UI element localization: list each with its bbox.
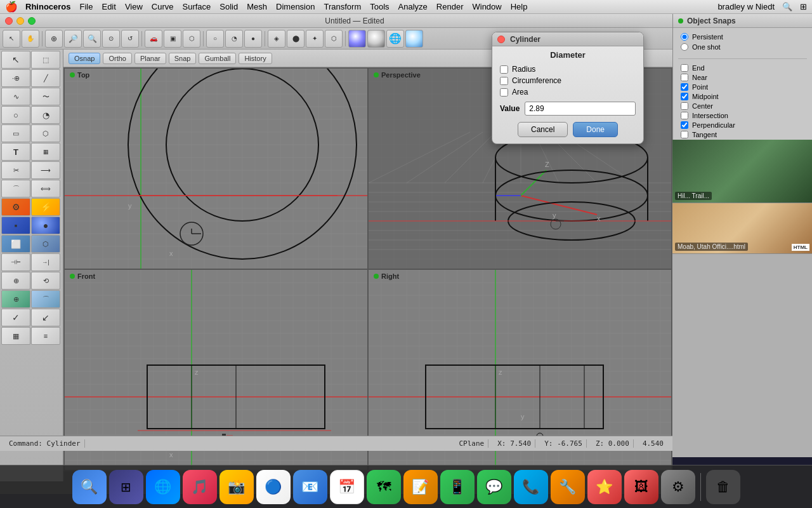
select-btn[interactable]: ↖	[1, 51, 30, 69]
arc-tool[interactable]: ◔	[225, 30, 243, 48]
dock-calendar[interactable]: 📅	[330, 470, 364, 504]
display-tool[interactable]: ●	[405, 30, 423, 48]
menu-view[interactable]: View	[125, 2, 143, 11]
freeform-btn[interactable]: 〜	[31, 88, 60, 105]
menu-solid[interactable]: Solid	[219, 2, 238, 11]
thumb-trails[interactable]: Hil... Trail...	[672, 140, 812, 203]
osnap-button[interactable]: Osnap	[69, 53, 100, 64]
menu-render[interactable]: Render	[436, 2, 464, 11]
dot-tool[interactable]: ●	[244, 30, 262, 48]
hatch-btn[interactable]: ▦	[31, 143, 60, 161]
search-icon[interactable]: 🔍	[782, 2, 792, 11]
box-tool[interactable]: ▣	[164, 30, 181, 48]
rotate-tool[interactable]: ↺	[121, 30, 139, 48]
radius-checkbox[interactable]	[500, 65, 508, 74]
mesh2-btn[interactable]: ⬡	[31, 235, 60, 253]
arrow2-btn[interactable]: ↙	[31, 309, 60, 326]
trim-btn[interactable]: ✂	[1, 161, 30, 179]
dock-skype[interactable]: 📞	[514, 470, 548, 504]
grid-btn[interactable]: ▦	[1, 327, 30, 345]
oneshot-radio[interactable]	[681, 43, 688, 51]
dock-trash[interactable]: 🗑	[706, 470, 740, 504]
point-btn[interactable]: ·⊕	[1, 69, 30, 87]
text-btn[interactable]: T	[1, 143, 30, 161]
circle-tool[interactable]: ○	[206, 30, 224, 48]
menu-window[interactable]: Window	[472, 2, 501, 11]
dock-misc2[interactable]: ⭐	[587, 470, 622, 504]
grid-icon[interactable]: ⊞	[800, 2, 807, 11]
menu-transform[interactable]: Transform	[324, 2, 361, 11]
perpendicular-checkbox[interactable]	[681, 121, 688, 129]
extend-btn[interactable]: ⟶	[31, 161, 60, 179]
menu-file[interactable]: File	[80, 2, 93, 11]
dock-finder[interactable]: 🔍	[72, 470, 107, 504]
globe-tool[interactable]: 🌐	[386, 30, 404, 48]
dock-sysprefs[interactable]: ⚙	[661, 470, 695, 504]
menu-rhinoceros[interactable]: Rhinoceros	[25, 2, 71, 11]
center-checkbox[interactable]	[681, 102, 688, 110]
diameter-value-input[interactable]	[525, 102, 636, 116]
near-checkbox[interactable]	[681, 74, 688, 81]
surface2-btn[interactable]: ⬜	[1, 235, 30, 253]
surface-tool[interactable]: ◈	[268, 30, 285, 48]
zoom-tool[interactable]: 🔎	[64, 30, 82, 48]
menu-tools[interactable]: Tools	[370, 2, 389, 11]
dialog-close-button[interactable]	[497, 36, 505, 43]
point-checkbox[interactable]	[681, 83, 688, 91]
intersection-checkbox[interactable]	[681, 112, 688, 119]
zoom-selected-tool[interactable]: 🔍	[83, 30, 101, 48]
menu-help[interactable]: Help	[511, 2, 528, 11]
circle-btn2[interactable]: ○	[1, 106, 30, 124]
zoom-window-tool[interactable]: ⊙	[102, 30, 120, 48]
minimize-button[interactable]	[16, 17, 24, 25]
dock-launchpad[interactable]: ⊞	[109, 470, 143, 504]
pan-tool[interactable]: ✋	[22, 30, 39, 48]
dock-safari[interactable]: 🌐	[146, 470, 180, 504]
dock-mail[interactable]: 📧	[293, 470, 327, 504]
polygon-btn[interactable]: ⬡	[31, 124, 60, 142]
planar-button[interactable]: Planar	[134, 53, 166, 64]
dock-photos[interactable]: 📸	[219, 470, 254, 504]
menu-edit[interactable]: Edit	[102, 2, 115, 11]
snap-button[interactable]: Snap	[169, 53, 197, 64]
end-checkbox[interactable]	[681, 64, 688, 72]
midpoint-checkbox[interactable]	[681, 93, 688, 100]
thumb-moab[interactable]: HTML Moab, Utah Offici....html	[672, 203, 812, 254]
area-checkbox[interactable]	[500, 88, 508, 97]
dims-btn[interactable]: ⊣⊢	[1, 253, 30, 271]
gumball-button[interactable]: Gumball	[199, 53, 236, 64]
layer-btn[interactable]: ≡	[31, 327, 60, 345]
boolean-btn[interactable]: ⊕	[1, 290, 30, 308]
select-tool[interactable]: ↖	[3, 30, 20, 48]
fillet-btn[interactable]: ⌒	[1, 180, 30, 197]
circumference-checkbox[interactable]	[500, 77, 508, 85]
history-button[interactable]: History	[239, 53, 272, 64]
rect-btn[interactable]: ▭	[1, 124, 30, 142]
dock-maps[interactable]: 🗺	[367, 470, 401, 504]
check-btn[interactable]: ✓	[1, 309, 30, 326]
menu-dimension[interactable]: Dimension	[276, 2, 315, 11]
persistent-radio[interactable]	[681, 33, 688, 41]
dock-chrome[interactable]: 🔵	[256, 470, 291, 504]
render-sphere-tool[interactable]: ●	[367, 30, 385, 48]
line-btn[interactable]: ╱	[31, 69, 60, 87]
menu-mesh[interactable]: Mesh	[247, 2, 267, 11]
close-button[interactable]	[5, 17, 13, 25]
cplane-selector[interactable]: CPlane	[455, 439, 489, 448]
nurbs-tool[interactable]: ✦	[306, 30, 324, 48]
material-tool[interactable]: ●	[348, 30, 366, 48]
viewport-top[interactable]: Top	[64, 68, 368, 269]
apple-menu[interactable]: 🍎	[5, 1, 18, 13]
transform-btn[interactable]: ⟲	[31, 272, 60, 290]
arc-btn2[interactable]: ◔	[31, 106, 60, 124]
hex-tool[interactable]: ⬡	[183, 30, 200, 48]
lasso-btn[interactable]: ⬚	[31, 51, 60, 69]
dock-reminders[interactable]: 📝	[403, 470, 438, 504]
tangent-checkbox[interactable]	[681, 131, 688, 138]
ortho-button[interactable]: Ortho	[103, 53, 132, 64]
menu-curve[interactable]: Curve	[152, 2, 174, 11]
solid-tool[interactable]: ⬤	[287, 30, 304, 48]
car-tool[interactable]: 🚗	[145, 30, 162, 48]
mesh-tool[interactable]: ⬡	[325, 30, 343, 48]
done-button[interactable]: Done	[573, 122, 618, 137]
